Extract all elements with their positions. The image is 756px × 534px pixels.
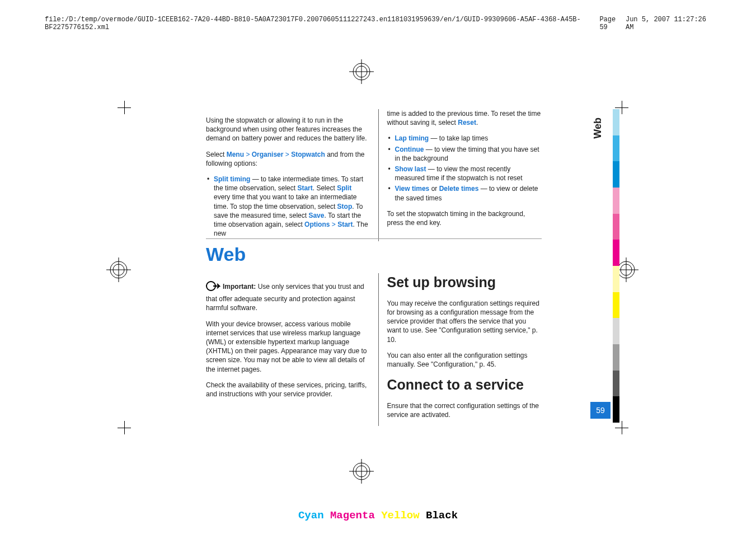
subsection-heading: Connect to a service (387, 376, 542, 395)
action-label: Save (308, 212, 324, 219)
menu-path-item: Organiser (252, 151, 284, 158)
list-item: Continue — to view the timing that you h… (387, 145, 542, 163)
paragraph: With your device browser, access various… (206, 320, 368, 374)
page-number: 59 (590, 402, 611, 419)
web-columns: Important: Use only services that you tr… (206, 273, 542, 426)
file-path: file:/D:/temp/overmode/GUID-1CEEB162-7A2… (45, 16, 599, 31)
option-list: Split timing — to take intermediate time… (206, 175, 368, 238)
divider (206, 238, 542, 239)
action-label: Reset (458, 119, 476, 127)
registration-mark-icon (349, 59, 374, 84)
action-label: Start (337, 221, 353, 228)
print-header: file:/D:/temp/overmode/GUID-1CEEB162-7A2… (45, 16, 711, 31)
option-name: Delete times (439, 185, 479, 193)
stopwatch-section: Using the stopwatch or allowing it to ru… (206, 109, 542, 241)
action-label: Split (337, 184, 351, 192)
paragraph: time is added to the previous time. To r… (387, 109, 542, 127)
paragraph: You may receive the configuration settin… (387, 299, 542, 344)
side-tab-label: Web (592, 118, 602, 139)
action-label: Stop (337, 203, 353, 210)
cyan-label: Cyan (298, 509, 324, 522)
page-indicator: Page 59 (599, 16, 626, 31)
list-item: Split timing — to take intermediate time… (206, 175, 368, 238)
list-item: Lap timing — to take lap times (387, 134, 542, 143)
crop-mark (615, 421, 628, 434)
action-label: Start (297, 184, 312, 192)
paragraph: Using the stopwatch or allowing it to ru… (206, 116, 368, 143)
action-label: Options (304, 221, 330, 228)
paragraph: Ensure that the correct configuration se… (387, 401, 542, 419)
paragraph: Check the availability of these services… (206, 381, 368, 399)
important-icon (206, 280, 220, 294)
chevron-icon: > (285, 151, 289, 158)
crop-mark (118, 421, 131, 434)
column-right: time is added to the previous time. To r… (378, 109, 542, 241)
registration-mark-icon (349, 459, 374, 484)
column-right: Set up browsing You may receive the conf… (378, 273, 542, 426)
crop-mark (118, 101, 131, 114)
paragraph: To set the stopwatch timing in the backg… (387, 209, 542, 227)
magenta-label: Magenta (330, 509, 375, 522)
option-list: Lap timing — to take lap times Continue … (387, 134, 542, 202)
registration-mark-icon (106, 257, 131, 282)
important-label: Important: (223, 283, 258, 291)
black-label: Black (426, 509, 458, 522)
web-section: Web (206, 229, 542, 273)
menu-path-item: Menu (227, 151, 244, 158)
subsection-heading: Set up browsing (387, 273, 542, 292)
list-item: Show last — to view the most recently me… (387, 165, 542, 182)
chevron-icon: > (246, 151, 250, 158)
color-calibration-bar (613, 109, 619, 423)
option-name: Show last (395, 165, 426, 173)
cmyk-label: Cyan Magenta Yellow Black (0, 509, 756, 522)
menu-path-item: Stopwatch (291, 151, 325, 158)
important-note: Important: Use only services that you tr… (206, 280, 368, 313)
paragraph: Select Menu > Organiser > Stopwatch and … (206, 150, 368, 168)
paragraph: You can also enter all the configuration… (387, 351, 542, 369)
column-left: Important: Use only services that you tr… (206, 273, 368, 426)
section-heading: Web (206, 243, 542, 265)
option-name: Continue (395, 146, 424, 153)
yellow-label: Yellow (381, 509, 419, 522)
option-name: Split timing (214, 175, 250, 183)
option-name: View times (395, 185, 429, 193)
option-name: Lap timing (395, 134, 429, 142)
chevron-icon: > (332, 221, 336, 228)
list-item: View times or Delete times — to view or … (387, 184, 542, 202)
column-left: Using the stopwatch or allowing it to ru… (206, 109, 368, 241)
print-date: Jun 5, 2007 11:27:26 AM (626, 16, 711, 31)
